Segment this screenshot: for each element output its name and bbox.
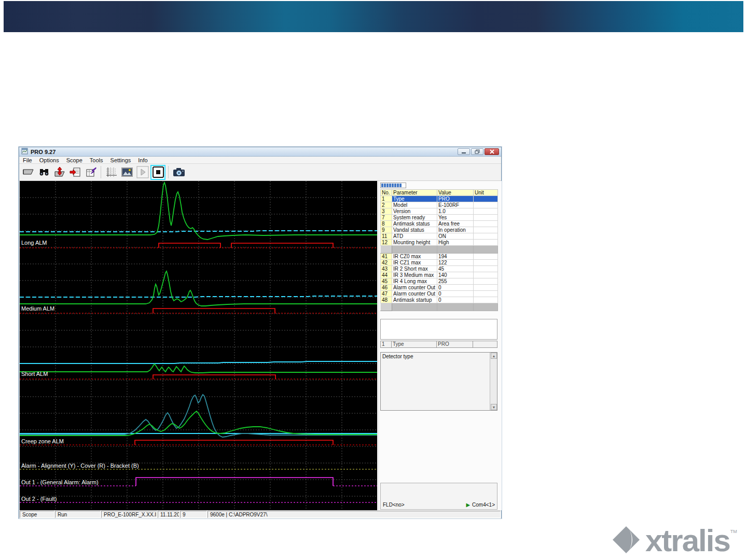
- import-file-icon[interactable]: [68, 165, 82, 179]
- param-unit: [474, 246, 498, 254]
- param-no: 41: [381, 254, 392, 260]
- stop-icon[interactable]: [151, 165, 165, 179]
- param-value[interactable]: 0: [437, 291, 474, 297]
- param-value[interactable]: Area free: [437, 221, 474, 227]
- param-no: 3: [381, 208, 392, 215]
- table-row[interactable]: 3 Version 1.0: [381, 208, 498, 215]
- detector-type-listbox[interactable]: Detector type ▲ ▼: [380, 352, 497, 411]
- param-name: [392, 246, 437, 254]
- creep-alarm-pulse: [135, 440, 333, 445]
- param-value[interactable]: 45: [437, 266, 474, 272]
- table-row[interactable]: 46 Alarm counter Out 1 0: [381, 285, 498, 291]
- param-value[interactable]: PRO: [437, 196, 474, 202]
- col-header-value[interactable]: Value: [437, 190, 474, 196]
- col-header-no[interactable]: No.: [381, 190, 392, 196]
- export-settings-icon[interactable]: [84, 165, 98, 179]
- table-row[interactable]: 2 Model E-100RF: [381, 202, 498, 208]
- param-name: IR 4 Long max: [392, 278, 437, 285]
- table-row[interactable]: 12 Mounting height High: [381, 240, 498, 246]
- param-unit: [474, 202, 498, 208]
- restore-button[interactable]: [471, 148, 483, 155]
- close-button[interactable]: [485, 148, 499, 155]
- table-row[interactable]: 8 Antimask status Area free: [381, 221, 498, 227]
- param-value[interactable]: E-100RF: [437, 202, 474, 208]
- table-row[interactable]: 41 IR CZ0 max 194: [381, 254, 498, 260]
- param-no: 46: [381, 285, 392, 291]
- titlebar[interactable]: PRO 9.27: [19, 147, 501, 157]
- table-row[interactable]: [381, 246, 498, 254]
- param-value[interactable]: 255: [437, 278, 474, 285]
- param-no: 12: [381, 240, 392, 246]
- edit-unit: [473, 341, 497, 348]
- param-unit: [474, 266, 498, 272]
- status-date: 11.11.2014: [158, 511, 179, 518]
- param-value[interactable]: 140: [437, 272, 474, 278]
- long-alm-label: Long ALM: [21, 240, 47, 246]
- image-snapshot-icon[interactable]: [120, 165, 134, 179]
- param-value[interactable]: 1.0: [437, 208, 474, 215]
- param-no: 2: [381, 202, 392, 208]
- updown-transfer-icon[interactable]: [52, 165, 66, 179]
- app-icon: [21, 147, 28, 157]
- menu-item[interactable]: Options: [36, 157, 63, 163]
- param-value[interactable]: 122: [437, 260, 474, 266]
- parameter-table: No. Parameter Value Unit 1 Type PRO: [380, 189, 498, 311]
- param-unit: [474, 208, 498, 215]
- param-value[interactable]: In operation: [437, 227, 474, 233]
- menu-item[interactable]: Settings: [107, 157, 135, 163]
- table-row[interactable]: 42 IR CZ1 max 122: [381, 260, 498, 266]
- edit-no: 1: [380, 341, 392, 348]
- scroll-down-icon[interactable]: ▼: [491, 404, 497, 410]
- table-row[interactable]: 7 System ready Yes: [381, 215, 498, 221]
- menu-item[interactable]: Info: [134, 157, 151, 163]
- table-row[interactable]: 11 ATD ON: [381, 233, 498, 240]
- out2-label: Out 2 - (Fault): [21, 496, 57, 502]
- col-header-parameter[interactable]: Parameter: [392, 190, 437, 196]
- listbox-scrollbar[interactable]: ▲ ▼: [490, 353, 497, 410]
- param-name: Model: [392, 202, 437, 208]
- binoculars-search-icon[interactable]: [37, 165, 51, 179]
- toolbar: [19, 164, 501, 181]
- param-value[interactable]: High: [437, 240, 474, 246]
- param-value[interactable]: 194: [437, 254, 474, 260]
- param-value[interactable]: ON: [437, 233, 474, 240]
- param-unit: [474, 260, 498, 266]
- param-name: ATD: [392, 233, 437, 240]
- table-row[interactable]: 9 Vandal status In operation: [381, 227, 498, 233]
- table-row[interactable]: 45 IR 4 Long max 255: [381, 278, 498, 285]
- param-value[interactable]: 0: [437, 285, 474, 291]
- param-value[interactable]: Yes: [437, 215, 474, 221]
- medium-alarm-pulse: [153, 309, 275, 313]
- table-row[interactable]: 44 IR 3 Medium max 140: [381, 272, 498, 278]
- edit-value: PRO: [437, 341, 473, 348]
- param-value[interactable]: [437, 246, 474, 254]
- col-header-unit[interactable]: Unit: [474, 190, 498, 196]
- scope-grid-icon[interactable]: [104, 165, 118, 179]
- table-row[interactable]: 43 IR 2 Short max 45: [381, 266, 498, 272]
- toolbar-separator: [168, 166, 169, 178]
- menu-item[interactable]: Scope: [63, 157, 86, 163]
- table-row[interactable]: [381, 303, 498, 311]
- param-unit: [474, 233, 498, 240]
- param-unit: [474, 272, 498, 278]
- open-trapezoid-icon[interactable]: [21, 165, 35, 179]
- menu-item[interactable]: File: [19, 157, 36, 163]
- short-alarm-pulse: [153, 375, 275, 379]
- scroll-up-icon[interactable]: ▲: [491, 353, 497, 359]
- value-edit-box[interactable]: [380, 319, 497, 340]
- param-unit: [474, 227, 498, 233]
- minimize-button[interactable]: [458, 148, 470, 155]
- param-name: IR 3 Medium max: [392, 272, 437, 278]
- table-row[interactable]: 48 Antimask startup 0: [381, 297, 498, 303]
- camera-icon[interactable]: [172, 165, 186, 179]
- menubar: FileOptionsScopeToolsSettingsInfo: [19, 157, 501, 164]
- table-header-row: No. Parameter Value Unit: [381, 190, 498, 196]
- param-value[interactable]: [437, 303, 474, 311]
- param-value[interactable]: 0: [437, 297, 474, 303]
- table-row[interactable]: 47 Alarm counter Out 2 0: [381, 291, 498, 297]
- out1-label: Out 1 - (General Alarm: Alarm): [21, 480, 99, 485]
- play-icon[interactable]: [135, 165, 149, 179]
- menu-item[interactable]: Tools: [86, 157, 107, 163]
- table-row[interactable]: 1 Type PRO: [381, 196, 498, 202]
- param-name: [392, 303, 437, 311]
